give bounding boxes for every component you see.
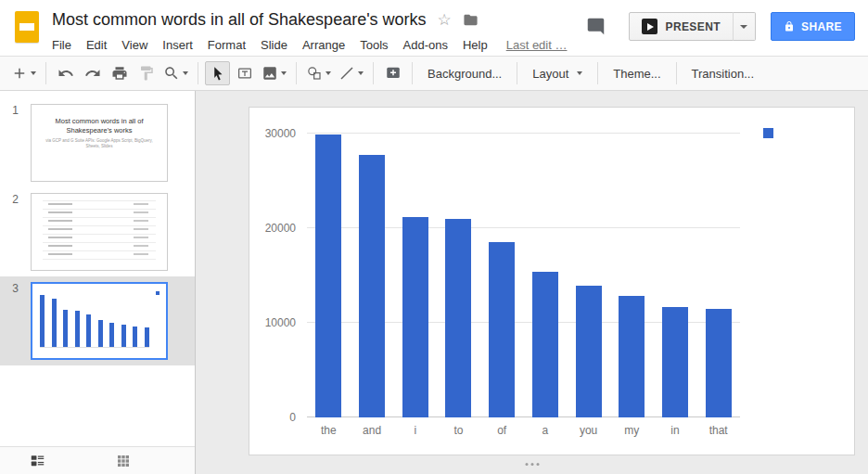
- menu-arrange[interactable]: Arrange: [295, 38, 352, 52]
- slide-filmstrip: 1 Most common words in all of Shakespear…: [0, 91, 196, 474]
- x-axis-label: to: [437, 424, 480, 437]
- slide-3-thumbnail[interactable]: [31, 282, 168, 360]
- background-label: Background...: [428, 67, 502, 81]
- present-dropdown-button[interactable]: [733, 12, 756, 41]
- header-left: Most common words in all of Shakespeare'…: [52, 8, 567, 56]
- bar-a[interactable]: [524, 134, 568, 417]
- share-button[interactable]: SHARE: [771, 12, 855, 41]
- slide-number: 3: [0, 282, 31, 295]
- bar-to[interactable]: [437, 134, 480, 417]
- bar-rect: [359, 155, 385, 417]
- slide-row-1[interactable]: 1 Most common words in all of Shakespear…: [0, 98, 195, 187]
- thumb-legend-swatch: [156, 291, 160, 295]
- folder-icon[interactable]: [463, 12, 479, 28]
- shape-tool-button[interactable]: [303, 61, 334, 85]
- slide-row-3[interactable]: 3: [0, 276, 195, 365]
- share-label: SHARE: [801, 20, 842, 33]
- bar-rect: [402, 217, 428, 417]
- y-axis-tick-label: 10000: [265, 316, 296, 329]
- line-icon: [338, 65, 355, 82]
- x-axis-label: you: [567, 424, 610, 437]
- play-icon: [642, 19, 657, 34]
- background-button[interactable]: Background...: [418, 61, 511, 85]
- bar-you[interactable]: [567, 134, 610, 417]
- chevron-down-icon: [358, 71, 364, 75]
- bar-rect: [445, 219, 471, 417]
- cursor-icon: [210, 65, 226, 82]
- grid-view-button[interactable]: [116, 454, 131, 468]
- add-comment-icon: [385, 65, 402, 82]
- insert-comment-button[interactable]: [380, 61, 405, 85]
- transition-button[interactable]: Transition...: [683, 61, 763, 85]
- bar-rect: [532, 272, 558, 417]
- y-axis-tick-label: 30000: [265, 127, 296, 140]
- menu-insert[interactable]: Insert: [155, 38, 200, 52]
- google-slides-app: Most common words in all of Shakespeare'…: [0, 0, 868, 474]
- slide-row-2[interactable]: 2: [0, 187, 195, 276]
- bar-that[interactable]: [696, 134, 740, 417]
- header-actions: PRESENT SHARE: [584, 12, 856, 41]
- layout-label: Layout: [532, 67, 568, 81]
- bar-i[interactable]: [393, 134, 437, 417]
- slide-2-thumbnail[interactable]: [31, 193, 168, 271]
- zoom-button[interactable]: [160, 61, 191, 85]
- menu-tools[interactable]: Tools: [352, 38, 395, 52]
- document-title[interactable]: Most common words in all of Shakespeare'…: [52, 10, 427, 30]
- star-icon[interactable]: ☆: [438, 12, 452, 28]
- x-axis-label: and: [351, 424, 394, 437]
- menu-help[interactable]: Help: [455, 38, 495, 52]
- new-slide-button[interactable]: [8, 61, 39, 85]
- chevron-down-icon: [326, 71, 331, 75]
- line-tool-button[interactable]: [336, 61, 366, 85]
- menu-add-ons[interactable]: Add-ons: [396, 38, 455, 52]
- bar-chart[interactable]: 0100002000030000 theanditoofayoumyinthat: [249, 108, 854, 455]
- redo-button[interactable]: [80, 61, 105, 85]
- filmstrip-view-button[interactable]: [30, 453, 45, 468]
- shape-icon: [306, 65, 323, 82]
- notes-resize-handle[interactable]: [525, 463, 539, 466]
- slides-app-icon[interactable]: [15, 11, 39, 43]
- thumb-chart-bars: [40, 295, 149, 348]
- thumb-bar: [52, 299, 57, 347]
- paint-format-button[interactable]: [134, 61, 159, 85]
- slide-1-thumbnail[interactable]: Most common words in all of Shakespeare'…: [31, 104, 168, 182]
- theme-button[interactable]: Theme...: [604, 61, 670, 85]
- toolbar-separator: [296, 62, 297, 84]
- menu-slide[interactable]: Slide: [253, 38, 295, 52]
- menu-format[interactable]: Format: [200, 38, 253, 52]
- y-axis-tick-label: 0: [289, 411, 296, 424]
- layout-button[interactable]: Layout: [523, 61, 592, 85]
- menu-edit[interactable]: Edit: [79, 38, 114, 52]
- chevron-down-icon: [183, 71, 188, 75]
- select-tool-button[interactable]: [205, 61, 230, 85]
- bar-rect: [315, 135, 341, 417]
- slide-number: 2: [0, 193, 31, 206]
- view-switcher-bar: [0, 446, 195, 474]
- thumb-bar: [98, 320, 103, 347]
- chevron-down-icon: [577, 71, 582, 75]
- bar-my[interactable]: [610, 134, 654, 417]
- comments-button[interactable]: [584, 15, 608, 39]
- canvas-area: 0100002000030000 theanditoofayoumyinthat: [196, 91, 868, 474]
- thumb-bar: [40, 295, 45, 347]
- y-axis-labels: 0100002000030000: [249, 134, 301, 417]
- text-box-button[interactable]: [232, 61, 257, 85]
- undo-button[interactable]: [53, 61, 78, 85]
- menu-file[interactable]: File: [52, 38, 79, 52]
- x-axis-label: in: [654, 424, 697, 437]
- menu-items: FileEditViewInsertFormatSlideArrangeTool…: [52, 38, 495, 52]
- toolbar-separator: [373, 62, 374, 84]
- present-button[interactable]: PRESENT: [629, 12, 734, 41]
- bar-of[interactable]: [480, 134, 524, 417]
- bar-in[interactable]: [654, 134, 697, 417]
- bar-the[interactable]: [307, 134, 351, 417]
- slide-canvas[interactable]: 0100002000030000 theanditoofayoumyinthat: [249, 107, 855, 455]
- bar-and[interactable]: [351, 134, 394, 417]
- print-button[interactable]: [107, 61, 132, 85]
- menu-view[interactable]: View: [114, 38, 155, 52]
- toolbar-separator: [198, 62, 198, 84]
- insert-image-button[interactable]: [259, 61, 289, 85]
- toolbar-separator: [676, 62, 677, 84]
- last-edit-link[interactable]: Last edit …: [506, 38, 568, 52]
- x-axis-label: that: [696, 424, 740, 437]
